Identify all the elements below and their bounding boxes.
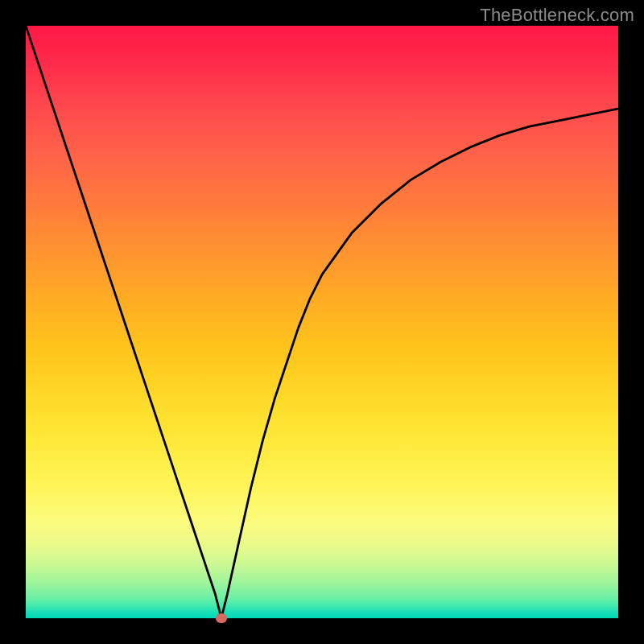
watermark-text: TheBottleneck.com [480, 5, 634, 26]
bottleneck-curve [26, 26, 618, 618]
chart-frame: TheBottleneck.com [0, 0, 644, 644]
plot-area [26, 26, 618, 618]
minimum-marker [216, 613, 227, 623]
curve-path [26, 26, 618, 618]
